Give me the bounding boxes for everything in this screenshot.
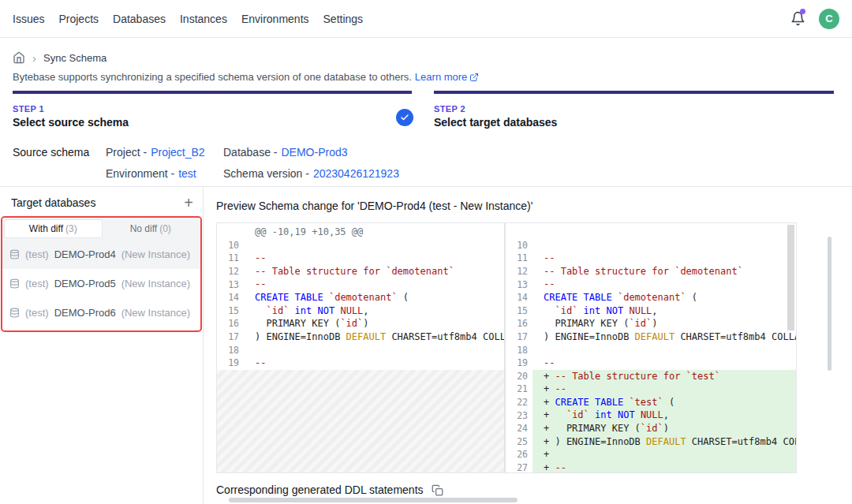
line-number: 19: [506, 357, 532, 368]
source-project-field: Project - Project_B2: [106, 146, 223, 159]
diff-scrollbar-thumb[interactable]: [787, 225, 794, 330]
diff-row: 25+ ) ENGINE=InnoDB DEFAULT CHARSET=utf8…: [506, 435, 796, 449]
diff-row: 10: [506, 239, 796, 252]
line-number: 14: [506, 292, 532, 303]
code-line: [244, 343, 504, 357]
target-env: (test): [25, 248, 49, 260]
code-line: + --: [532, 383, 796, 396]
diff-row: 14CREATE TABLE `demotenant` (: [217, 291, 504, 304]
target-name: DEMO-Prod5: [54, 278, 116, 289]
schema-version-link[interactable]: 20230426121923: [313, 167, 399, 180]
diff-row: 16 PRIMARY KEY (`id`): [217, 317, 504, 330]
environment-label: Environment -: [106, 167, 174, 180]
line-number: 17: [217, 331, 244, 342]
nav-item-databases[interactable]: Databases: [113, 13, 166, 25]
step1-progress-line: [13, 91, 412, 94]
nav-item-settings[interactable]: Settings: [323, 13, 364, 25]
stepper: STEP 1 Select source schema STEP 2 Selec…: [0, 91, 852, 135]
code-line: + -- Table structure for `test`: [532, 370, 796, 383]
diff-row: 19--: [506, 357, 796, 370]
code-line: +: [532, 448, 796, 461]
project-label: Project -: [106, 146, 147, 159]
add-target-button[interactable]: +: [184, 196, 193, 209]
target-item-demo-prod5[interactable]: (test) DEMO-Prod5 (New Instance): [2, 269, 200, 298]
line-number: 12: [217, 266, 244, 277]
learn-more-label: Learn more: [415, 71, 467, 83]
code-line: [244, 239, 504, 252]
diff-filter-tabs: With diff (3) No diff (0): [2, 218, 200, 240]
diff-editor[interactable]: @@ -10,19 +10,35 @@1011--12-- Table stru…: [216, 222, 797, 473]
diff-row: 12-- Table structure for `demotenant`: [506, 265, 796, 278]
tab-with-diff-count: (3): [65, 223, 77, 234]
breadcrumb-chevron-icon: ›: [32, 52, 36, 64]
step1-label: STEP 1: [13, 104, 129, 114]
learn-more-link[interactable]: Learn more: [415, 71, 479, 83]
line-number: 10: [217, 240, 244, 251]
diff-row: 11--: [217, 252, 504, 265]
line-number: 15: [217, 305, 244, 316]
diff-row: 10: [217, 239, 504, 252]
target-note: (New Instance): [121, 278, 190, 289]
target-item-demo-prod4[interactable]: (test) DEMO-Prod4 (New Instance): [2, 240, 200, 269]
check-icon: [400, 113, 409, 122]
step1-title: Select source schema: [13, 116, 129, 129]
line-number: 10: [506, 240, 532, 251]
code-line: [532, 226, 796, 239]
diff-row: 18: [506, 343, 796, 357]
target-env: (test): [25, 278, 49, 289]
line-number: 24: [506, 423, 532, 434]
nav-item-issues[interactable]: Issues: [13, 13, 44, 25]
code-line: -- Table structure for `demotenant`: [532, 265, 796, 278]
avatar[interactable]: C: [819, 9, 839, 29]
instance-icon: [9, 278, 20, 289]
diff-empty-filler: [217, 370, 504, 472]
target-item-demo-prod6[interactable]: (test) DEMO-Prod6 (New Instance): [2, 298, 200, 327]
target-env: (test): [25, 307, 49, 319]
target-panel-title: Target databases: [11, 196, 95, 209]
nav-right: C: [789, 9, 839, 29]
line-number: 23: [506, 410, 532, 421]
target-list-highlight-box: With diff (3) No diff (0) (test) DEMO-Pr…: [1, 216, 202, 332]
external-link-icon: [469, 73, 479, 82]
line-number: 15: [506, 305, 532, 316]
main-content: Target databases + With diff (3) No diff…: [0, 186, 852, 504]
line-number: 12: [506, 266, 532, 277]
target-name: DEMO-Prod6: [54, 307, 116, 319]
code-line: -- Table structure for `demotenant`: [244, 265, 504, 278]
ddl-title: Corresponding generated DDL statements: [216, 483, 424, 496]
notification-bell-button[interactable]: [789, 10, 806, 28]
home-icon[interactable]: [13, 51, 25, 64]
database-link[interactable]: DEMO-Prod3: [281, 146, 347, 159]
code-line: CREATE TABLE `demotenant` (: [244, 291, 504, 304]
horizontal-scrollbar-thumb[interactable]: [229, 498, 518, 502]
diff-row: 11--: [506, 252, 796, 265]
breadcrumb: › Sync Schema: [13, 50, 839, 65]
diff-row: 23+ `id` int NOT NULL,: [506, 409, 796, 422]
nav-item-instances[interactable]: Instances: [180, 13, 227, 25]
project-link[interactable]: Project_B2: [151, 146, 204, 159]
step2-title: Select target databases: [434, 116, 557, 129]
tab-with-diff[interactable]: With diff (3): [4, 219, 103, 238]
instance-icon: [9, 249, 20, 259]
diff-row: 17) ENGINE=InnoDB DEFAULT CHARSET=utf8mb…: [217, 330, 504, 344]
tab-no-diff-count: (0): [159, 223, 171, 234]
copy-ddl-button[interactable]: [432, 484, 443, 496]
diff-row: @@ -10,19 +10,35 @@: [217, 226, 504, 239]
environment-link[interactable]: test: [178, 167, 196, 180]
diff-pane-right: 1011--12-- Table structure for `demotena…: [506, 223, 796, 472]
line-number: 13: [506, 279, 532, 290]
diff-row: 15 `id` int NOT NULL,: [506, 304, 796, 318]
breadcrumb-current: Sync Schema: [43, 52, 106, 64]
diff-row: 13--: [217, 278, 504, 291]
diff-rows-right: 1011--12-- Table structure for `demotena…: [506, 223, 796, 472]
step2-progress-line: [434, 91, 834, 94]
line-number: 21: [506, 383, 532, 394]
vertical-scrollbar-thumb[interactable]: [828, 237, 831, 371]
nav-item-environments[interactable]: Environments: [241, 13, 309, 25]
nav-item-projects[interactable]: Projects: [58, 13, 99, 25]
source-environment-field: Environment - test: [106, 167, 223, 180]
tab-no-diff[interactable]: No diff (0): [103, 219, 200, 238]
code-line: `id` int NOT NULL,: [532, 304, 796, 318]
tab-with-diff-label: With diff: [29, 223, 63, 234]
database-label: Database -: [223, 146, 277, 159]
